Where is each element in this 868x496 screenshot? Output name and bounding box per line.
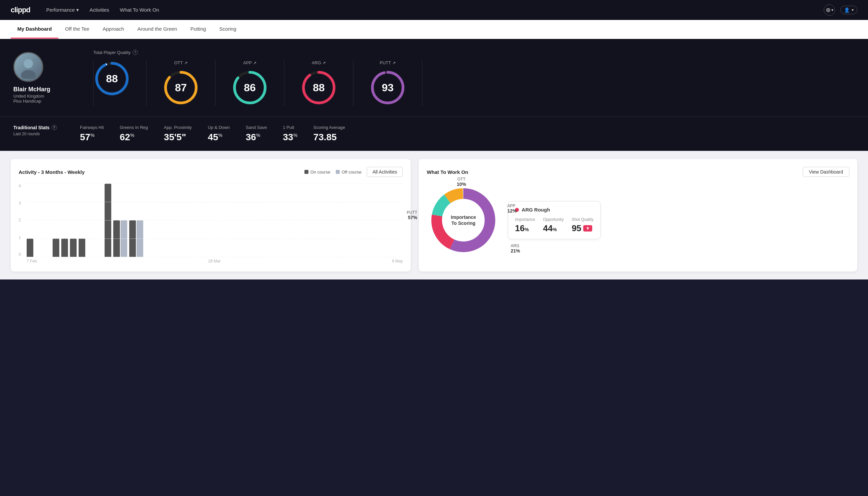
nav-performance[interactable]: Performance ▾ — [46, 7, 79, 13]
legend-on-course-dot — [304, 170, 309, 174]
nav-links: Performance ▾ Activities What To Work On — [46, 7, 824, 13]
total-quality-label: Total Player Quality ? — [93, 50, 855, 55]
circle-overall: 88 — [94, 60, 130, 97]
stat-scoring-average: Scoring Average 73.85 — [313, 125, 345, 143]
user-menu-button[interactable]: 👤 ▾ — [840, 6, 857, 14]
trad-stats-title: Traditional Stats ? — [13, 125, 67, 130]
bar-group-6 — [79, 238, 85, 257]
score-num-app: 86 — [244, 82, 256, 94]
score-app: APP ↗ 86 — [216, 60, 284, 106]
bar-group-3 — [53, 238, 59, 257]
bar-dark-0 — [27, 238, 33, 257]
work-card-header: What To Work On View Dashboard — [427, 167, 849, 177]
arg-label: ARG ↗ — [312, 60, 326, 65]
donut-center-text: ImportanceTo Scoring — [451, 214, 476, 226]
stat-app-proximity: App. Proximity 35'5" — [164, 125, 192, 143]
all-activities-button[interactable]: All Activities — [367, 167, 403, 177]
work-card-title: What To Work On — [427, 169, 468, 175]
player-country: United Kingdom — [13, 94, 44, 98]
stat-sand-save: Sand Save 36% — [246, 125, 267, 143]
arg-importance: Importance 16% — [515, 217, 535, 233]
lower-section: Activity - 3 Months - Weekly On course O… — [0, 151, 868, 279]
arg-shot-quality: Shot Quality 95 ▼ — [571, 217, 593, 233]
gridline-0 — [27, 257, 403, 257]
gridline-3 — [27, 202, 403, 202]
quality-help-icon[interactable]: ? — [132, 50, 138, 55]
nav-what-to-work-on[interactable]: What To Work On — [120, 7, 159, 13]
work-inner: ImportanceTo Scoring OTT 10% APP 12% ARG… — [427, 184, 849, 257]
tab-scoring[interactable]: Scoring — [212, 20, 243, 38]
ott-trend-icon: ↗ — [184, 61, 188, 65]
app-label: APP ↗ — [243, 60, 256, 65]
x-axis-labels: 7 Feb 28 Mar 9 May — [19, 259, 403, 263]
arg-opportunity: Opportunity 44% — [543, 217, 564, 233]
logo-text: clippd — [11, 6, 30, 14]
ott-label: OTT ↗ — [174, 60, 188, 65]
putt-label: PUTT ↗ — [380, 60, 396, 65]
shot-quality-badge: ▼ — [583, 225, 592, 232]
scores-section: Total Player Quality ? 88 OTT — [93, 50, 855, 106]
donut-chart: ImportanceTo Scoring — [427, 184, 500, 257]
score-ott: OTT ↗ 87 — [146, 60, 216, 106]
tab-putting[interactable]: Putting — [184, 20, 213, 38]
gridline-2 — [27, 220, 403, 220]
nav-activities[interactable]: Activities — [90, 7, 109, 13]
score-num-overall: 88 — [106, 73, 118, 85]
tab-off-the-tee[interactable]: Off the Tee — [58, 20, 96, 38]
activity-card: Activity - 3 Months - Weekly On course O… — [11, 159, 411, 272]
activity-card-controls: On course Off course All Activities — [304, 167, 403, 177]
arg-detail-title: ARG Rough — [515, 207, 593, 213]
circle-arg: 88 — [300, 69, 337, 106]
bar-group-5 — [70, 238, 77, 257]
activity-chart-title: Activity - 3 Months - Weekly — [19, 169, 84, 175]
logo: clippd — [11, 6, 30, 14]
donut-label-app: APP 12% — [507, 203, 517, 214]
tabs-bar: My Dashboard Off the Tee Approach Around… — [0, 20, 868, 39]
stat-1-putt: 1 Putt 33% — [283, 125, 297, 143]
gridline-4 — [27, 184, 403, 184]
score-arg: ARG ↗ 88 — [284, 60, 353, 106]
donut-label-arg: ARG 21% — [510, 244, 520, 253]
legend-off-course: Off course — [336, 170, 362, 174]
add-button[interactable]: ⊕ ▾ — [824, 4, 835, 16]
y-axis-labels: 0 1 2 3 4 — [19, 184, 24, 257]
player-name: Blair McHarg — [13, 86, 50, 93]
tab-approach[interactable]: Approach — [96, 20, 130, 38]
navbar: clippd Performance ▾ Activities What To … — [0, 0, 868, 20]
stats-label-block: Traditional Stats ? Last 20 rounds — [13, 125, 67, 136]
stat-fairways-hit: Fairways Hit 57% — [80, 125, 104, 143]
trad-stats-subtitle: Last 20 rounds — [13, 131, 67, 136]
stat-greens-in-reg: Greens In Reg 62% — [120, 125, 148, 143]
stats-bar: Traditional Stats ? Last 20 rounds Fairw… — [0, 117, 868, 151]
donut-container: ImportanceTo Scoring OTT 10% APP 12% ARG… — [427, 184, 500, 257]
tab-my-dashboard[interactable]: My Dashboard — [11, 20, 58, 38]
activity-card-header: Activity - 3 Months - Weekly On course O… — [19, 167, 403, 177]
chart-legend: On course Off course — [304, 170, 362, 174]
score-num-putt: 93 — [382, 82, 394, 94]
player-handicap: Plus Handicap — [13, 98, 41, 104]
bar-dark-5 — [70, 238, 77, 257]
bar-dark-3 — [53, 238, 59, 257]
avatar — [13, 52, 43, 82]
chart-container: 0 1 2 3 4 7 Feb 28 Mar 9 May — [19, 184, 403, 263]
view-dashboard-button[interactable]: View Dashboard — [803, 167, 849, 177]
donut-label-ott: OTT 10% — [457, 177, 466, 187]
circle-app: 86 — [232, 69, 268, 106]
arg-metrics: Importance 16% Opportunity 44% Shot Qual… — [515, 217, 593, 233]
tab-around-the-green[interactable]: Around the Green — [130, 20, 184, 38]
score-circles: 88 OTT ↗ 87 AP — [93, 60, 855, 106]
stats-items: Fairways Hit 57% Greens In Reg 62% App. … — [67, 125, 855, 143]
score-overall: 88 — [94, 60, 146, 106]
trad-stats-help-icon[interactable]: ? — [52, 125, 57, 130]
svg-point-0 — [23, 59, 33, 68]
stat-up-down: Up & Down 45% — [208, 125, 230, 143]
circle-ott: 87 — [162, 69, 199, 106]
score-putt: PUTT ↗ 93 — [353, 60, 422, 106]
arg-detail-card: ARG Rough Importance 16% Opportunity 44% — [508, 201, 600, 239]
nav-right: ⊕ ▾ 👤 ▾ — [824, 4, 857, 16]
bar-group-4 — [61, 238, 68, 257]
putt-trend-icon: ↗ — [392, 61, 396, 65]
score-num-arg: 88 — [313, 82, 325, 94]
hero-section: Blair McHarg United Kingdom Plus Handica… — [0, 39, 868, 117]
player-info: Blair McHarg United Kingdom Plus Handica… — [13, 52, 80, 104]
